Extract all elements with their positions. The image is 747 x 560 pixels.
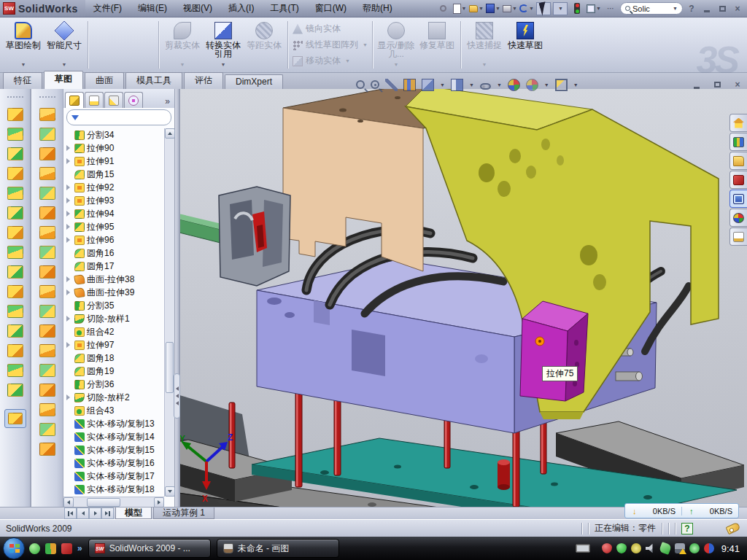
tree-item[interactable]: 分割36 [63,378,164,391]
file-explorer-icon[interactable] [729,190,747,208]
rectangle-icon[interactable] [91,37,107,53]
tree-item[interactable]: 圆角18 [63,351,164,365]
configurationmanager-tab-icon[interactable] [104,92,123,108]
3d-model-canvas[interactable]: Y Z X [180,89,747,507]
expander-arrow-icon[interactable] [66,145,72,151]
taskbar-window-paint[interactable]: 未命名 - 画图 [217,539,339,558]
linear-pattern-icon[interactable] [7,246,23,259]
undo-icon[interactable]: ▼ [519,2,534,15]
tree-item[interactable]: 拉伸94 [63,207,164,220]
search-input[interactable]: Solic ▼ [620,2,683,15]
keyboard-layout-icon[interactable] [576,544,590,553]
spline-icon[interactable] [123,21,139,37]
tree-vertical-scrollbar[interactable] [164,128,174,497]
apply-scene-icon[interactable] [526,79,538,91]
scroll-up-icon[interactable] [165,128,175,139]
quick-snaps-button[interactable]: 快速捕捉▼ [464,19,505,71]
panel-more-icon[interactable]: » [162,96,173,108]
start-button[interactable] [3,537,25,559]
status-help-icon[interactable]: ? [681,523,693,534]
security-shield-icon[interactable] [616,543,627,553]
expander-arrow-icon[interactable] [66,342,72,348]
arc-icon[interactable] [107,37,123,53]
scroll-left-icon[interactable] [63,497,74,508]
expander-arrow-icon[interactable] [66,184,72,190]
zoom-fit-icon[interactable] [356,80,365,89]
panel-splitter[interactable] [175,89,179,507]
section-view-icon[interactable] [403,79,416,91]
extend-surface-icon[interactable] [39,246,55,259]
commandmanager-tab[interactable]: 特征 [3,72,42,89]
vertical-scroll-thumb[interactable] [166,342,174,393]
display-delete-relations-button[interactable]: 显示/删除几...▼ [376,19,417,71]
knit-surface-icon[interactable] [39,206,55,219]
smart-dimension-button[interactable]: 智能尺寸▼ [44,19,85,71]
tree-item[interactable]: 拉伸97 [63,338,164,351]
app-minimize-icon[interactable] [700,3,713,15]
sketch-fillet-icon[interactable] [123,53,139,69]
tree-item[interactable]: 拉伸92 [63,181,164,194]
convert-entities-button[interactable]: 转换实体引用▼ [203,19,244,71]
ellipse-icon[interactable] [123,37,139,53]
ruled-surface-icon[interactable] [39,147,55,160]
taskbar-window-solidworks[interactable]: SW SolidWorks 2009 - ... [88,539,211,558]
mirror-entities-button[interactable]: 镜向实体 [291,22,369,36]
core-icon[interactable] [39,384,55,397]
rib-icon[interactable] [7,167,23,180]
print-icon[interactable]: ▼ [503,2,517,15]
wrap-icon[interactable] [7,226,23,239]
offset-entities-button[interactable]: 等距实体 [244,19,285,71]
tree-item[interactable]: 实体-移动/复制15 [63,443,164,456]
trim-entities-button[interactable]: 剪裁实体▼ [162,19,203,71]
line-icon[interactable] [91,21,107,37]
scroll-down-icon[interactable] [165,486,175,497]
reference-axis-icon[interactable] [7,344,23,357]
open-icon[interactable]: ▼ [469,2,484,15]
expander-arrow-icon[interactable] [66,158,72,164]
health-icon[interactable] [689,543,700,553]
tree-item[interactable]: 实体-移动/复制14 [63,430,164,443]
tree-item[interactable]: 切除-放样1 [63,312,164,325]
options-icon[interactable]: ▼ [587,2,601,15]
commandmanager-tab[interactable]: 草图 [44,71,83,89]
antivirus-shield-icon[interactable] [602,543,612,553]
sketch-text-icon[interactable] [139,37,155,53]
model-tab[interactable]: 模型 [115,508,152,519]
last-tab-icon[interactable] [101,508,114,519]
commandmanager-tab[interactable]: 曲面 [85,72,124,89]
custom-properties-icon[interactable] [729,228,747,246]
tree-item[interactable]: 实体-移动/复制16 [63,456,164,470]
sync-icon[interactable] [704,543,714,553]
draft-icon[interactable] [7,206,23,219]
previous-tab-icon[interactable] [77,508,89,519]
expander-arrow-icon[interactable] [66,289,72,295]
hide-show-items-icon[interactable] [480,83,491,90]
red-cylinder[interactable] [498,459,510,490]
menu-item[interactable]: 窗口(W) [307,0,355,17]
tree-item[interactable]: 圆角15 [63,168,164,181]
cavity-icon[interactable] [39,403,55,416]
expander-arrow-icon[interactable] [66,211,72,217]
tree-item[interactable]: 圆角17 [63,260,164,273]
edit-appearance-icon[interactable] [508,79,520,91]
commandmanager-tab[interactable]: 评估 [184,72,223,89]
trim-surface-icon[interactable] [39,226,55,239]
tree-item[interactable]: 拉伸90 [63,141,164,155]
reference-star-icon[interactable] [39,423,55,436]
expander-arrow-icon[interactable] [66,316,72,322]
tree-item[interactable]: 实体-移动/复制18 [63,483,164,496]
dimxpertmanager-tab-icon[interactable] [124,92,143,108]
reference-point-icon[interactable] [7,324,23,338]
view-settings-icon[interactable] [555,79,568,91]
doc-restore-icon[interactable] [711,79,724,90]
menu-item[interactable]: 工具(T) [262,0,306,17]
zoom-previous-icon[interactable] [385,79,398,91]
tree-item[interactable]: 实体-移动/复制13 [63,417,164,430]
new-document-icon[interactable]: ▼ [452,2,467,15]
tag-icon[interactable] [726,522,741,535]
app-restore-icon[interactable] [716,3,729,15]
tree-item[interactable]: 分割34 [63,128,164,141]
help-icon[interactable]: ? [685,3,698,15]
tree-item[interactable]: 拉伸96 [63,233,164,246]
app-close-icon[interactable]: × [731,3,744,15]
